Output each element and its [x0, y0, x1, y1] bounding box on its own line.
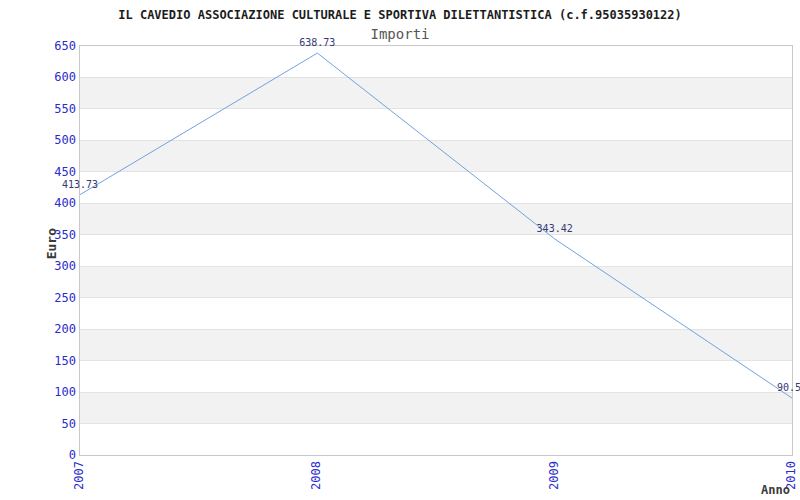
plot-area — [80, 46, 792, 455]
point-label: 343.42 — [510, 223, 600, 234]
point-label: 90.51 — [747, 382, 800, 393]
y-tick-label: 0 — [24, 448, 76, 462]
point-label: 413.73 — [35, 179, 125, 190]
y-tick-label: 100 — [24, 385, 76, 399]
y-tick-label: 50 — [24, 417, 76, 431]
x-tick-label: 2007 — [72, 461, 87, 490]
series-line — [80, 53, 792, 398]
y-tick-label: 450 — [24, 165, 76, 179]
x-tick-label: 2009 — [547, 461, 562, 490]
x-tick-label: 2008 — [309, 461, 324, 490]
y-tick-label: 650 — [24, 39, 76, 53]
y-tick-label: 300 — [24, 259, 76, 273]
chart-title: IL CAVEDIO ASSOCIAZIONE CULTURALE E SPOR… — [0, 8, 800, 22]
x-axis-title: Anno — [761, 483, 790, 497]
y-tick-label: 250 — [24, 291, 76, 305]
y-tick-label: 550 — [24, 102, 76, 116]
chart-subtitle: Importi — [0, 26, 800, 42]
series-line-layer — [80, 46, 792, 455]
chart-window: IL CAVEDIO ASSOCIAZIONE CULTURALE E SPOR… — [0, 0, 800, 500]
y-tick-label: 150 — [24, 354, 76, 368]
y-tick-label: 600 — [24, 70, 76, 84]
y-tick-label: 200 — [24, 322, 76, 336]
y-axis-title: Euro — [44, 228, 59, 259]
point-label: 638.73 — [272, 37, 362, 48]
y-tick-label: 500 — [24, 133, 76, 147]
y-tick-label: 400 — [24, 196, 76, 210]
